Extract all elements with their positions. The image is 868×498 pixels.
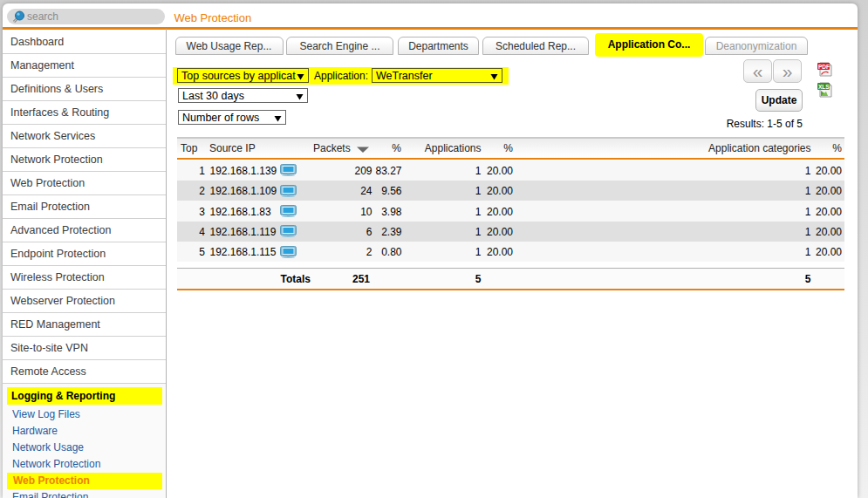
svg-text:XLS: XLS — [818, 84, 830, 90]
svg-text:PDF: PDF — [818, 64, 830, 70]
